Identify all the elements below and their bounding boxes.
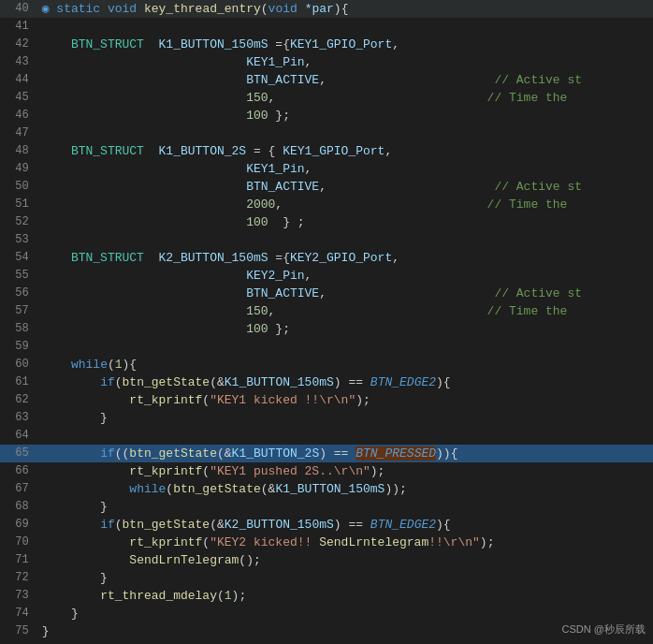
line-code: }	[38, 498, 653, 516]
watermark: CSDN @秒辰所载	[562, 622, 646, 637]
line-number: 64	[0, 427, 38, 445]
table-row: 41	[0, 18, 653, 36]
table-row: 70 rt_kprintf("KEY2 kicked!! SendLrntele…	[0, 534, 653, 551]
line-number: 49	[0, 160, 38, 178]
line-number: 65	[0, 445, 38, 462]
line-number: 63	[0, 409, 38, 427]
code-table: 40◉ static void key_thread_entry(void *p…	[0, 0, 653, 640]
table-row: 75}	[0, 622, 653, 640]
line-code	[38, 124, 653, 142]
line-number: 40	[0, 0, 38, 18]
line-code: BTN_STRUCT K1_BUTTON_2S = { KEY1_GPIO_Po…	[38, 142, 653, 160]
table-row: 71 SendLrnTelegram();	[0, 551, 653, 569]
line-code: 150, // Time the	[38, 89, 653, 107]
table-row: 55 KEY2_Pin,	[0, 267, 653, 285]
line-number: 62	[0, 391, 38, 409]
table-row: 61 if(btn_getState(&K1_BUTTON_150mS) == …	[0, 373, 653, 391]
line-code: while(btn_getState(&K1_BUTTON_150mS));	[38, 480, 653, 498]
line-number: 74	[0, 605, 38, 622]
line-number: 67	[0, 480, 38, 498]
table-row: 73 rt_thread_mdelay(1);	[0, 587, 653, 605]
line-code: }	[38, 409, 653, 427]
line-number: 43	[0, 53, 38, 71]
line-number: 58	[0, 320, 38, 338]
line-number: 55	[0, 267, 38, 285]
table-row: 52 100 } ;	[0, 213, 653, 231]
line-code: 100 } ;	[38, 213, 653, 231]
table-row: 60 while(1){	[0, 356, 653, 373]
line-code: while(1){	[38, 356, 653, 373]
line-code	[38, 231, 653, 249]
line-code: }	[38, 622, 653, 640]
table-row: 54 BTN_STRUCT K2_BUTTON_150mS ={KEY2_GPI…	[0, 249, 653, 267]
line-code: BTN_ACTIVE, // Active st	[38, 285, 653, 302]
line-number: 69	[0, 516, 38, 534]
line-number: 57	[0, 302, 38, 320]
line-code: 100 };	[38, 107, 653, 124]
line-code: KEY1_Pin,	[38, 160, 653, 178]
line-number: 70	[0, 534, 38, 551]
table-row: 74 }	[0, 605, 653, 622]
table-row: 40◉ static void key_thread_entry(void *p…	[0, 0, 653, 18]
line-code: SendLrnTelegram();	[38, 551, 653, 569]
line-code: rt_kprintf("KEY1 kicked !!\r\n");	[38, 391, 653, 409]
table-row: 57 150, // Time the	[0, 302, 653, 320]
line-code: KEY1_Pin,	[38, 53, 653, 71]
table-row: 58 100 };	[0, 320, 653, 338]
table-row: 62 rt_kprintf("KEY1 kicked !!\r\n");	[0, 391, 653, 409]
line-code: BTN_STRUCT K1_BUTTON_150mS ={KEY1_GPIO_P…	[38, 36, 653, 53]
line-number: 42	[0, 36, 38, 53]
line-number: 50	[0, 178, 38, 196]
table-row: 56 BTN_ACTIVE, // Active st	[0, 285, 653, 302]
table-row: 44 BTN_ACTIVE, // Active st	[0, 71, 653, 89]
line-number: 53	[0, 231, 38, 249]
line-code	[38, 427, 653, 445]
table-row: 43 KEY1_Pin,	[0, 53, 653, 71]
table-row: 65 if((btn_getState(&K1_BUTTON_2S) == BT…	[0, 445, 653, 462]
table-row: 48 BTN_STRUCT K1_BUTTON_2S = { KEY1_GPIO…	[0, 142, 653, 160]
table-row: 68 }	[0, 498, 653, 516]
line-code: rt_kprintf("KEY2 kicked!! SendLrntelegra…	[38, 534, 653, 551]
line-code: }	[38, 605, 653, 622]
table-row: 64	[0, 427, 653, 445]
line-code: BTN_STRUCT K2_BUTTON_150mS ={KEY2_GPIO_P…	[38, 249, 653, 267]
code-editor: 40◉ static void key_thread_entry(void *p…	[0, 0, 653, 644]
table-row: 72 }	[0, 569, 653, 587]
line-number: 71	[0, 551, 38, 569]
line-code: if((btn_getState(&K1_BUTTON_2S) == BTN_P…	[38, 445, 653, 462]
line-code	[38, 338, 653, 356]
line-number: 46	[0, 107, 38, 124]
table-row: 59	[0, 338, 653, 356]
line-number: 44	[0, 71, 38, 89]
line-code: 150, // Time the	[38, 302, 653, 320]
line-number: 66	[0, 462, 38, 480]
line-number: 73	[0, 587, 38, 605]
line-number: 61	[0, 373, 38, 391]
table-row: 45 150, // Time the	[0, 89, 653, 107]
table-row: 47	[0, 124, 653, 142]
table-row: 69 if(btn_getState(&K2_BUTTON_150mS) == …	[0, 516, 653, 534]
line-number: 68	[0, 498, 38, 516]
table-row: 67 while(btn_getState(&K1_BUTTON_150mS))…	[0, 480, 653, 498]
table-row: 42 BTN_STRUCT K1_BUTTON_150mS ={KEY1_GPI…	[0, 36, 653, 53]
line-code: rt_thread_mdelay(1);	[38, 587, 653, 605]
line-number: 47	[0, 124, 38, 142]
line-number: 56	[0, 285, 38, 302]
table-row: 50 BTN_ACTIVE, // Active st	[0, 178, 653, 196]
line-code	[38, 18, 653, 36]
table-row: 51 2000, // Time the	[0, 196, 653, 213]
line-code: BTN_ACTIVE, // Active st	[38, 71, 653, 89]
table-row: 53	[0, 231, 653, 249]
line-number: 59	[0, 338, 38, 356]
line-number: 72	[0, 569, 38, 587]
line-number: 52	[0, 213, 38, 231]
line-code: ◉ static void key_thread_entry(void *par…	[38, 0, 653, 18]
line-code: BTN_ACTIVE, // Active st	[38, 178, 653, 196]
line-number: 51	[0, 196, 38, 213]
line-code: }	[38, 569, 653, 587]
line-code: if(btn_getState(&K2_BUTTON_150mS) == BTN…	[38, 516, 653, 534]
line-code: KEY2_Pin,	[38, 267, 653, 285]
line-code: if(btn_getState(&K1_BUTTON_150mS) == BTN…	[38, 373, 653, 391]
table-row: 63 }	[0, 409, 653, 427]
line-code: 100 };	[38, 320, 653, 338]
